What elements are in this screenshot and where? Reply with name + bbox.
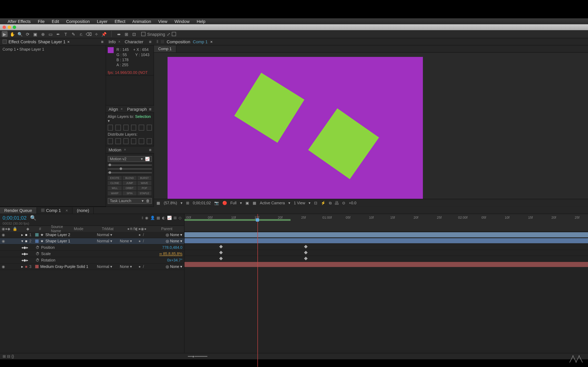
transparency-icon[interactable]: ▦ (253, 201, 257, 205)
panel-menu-icon[interactable]: ≡ (101, 39, 104, 44)
brainstorm-icon[interactable]: ⊞ (173, 216, 177, 220)
character-tab[interactable]: Character (125, 39, 143, 44)
layer-row-shape1[interactable]: ◉ ▾■2 ★ Shape Layer 1 Normal ▾ None ▾ ● … (0, 238, 184, 245)
timeline-icon[interactable]: ⧉ (329, 201, 331, 205)
puppet-tool[interactable]: 📌 (101, 31, 107, 37)
layer-bar-shape1[interactable] (184, 238, 588, 243)
menu-file[interactable]: File (38, 19, 45, 24)
close-tab-icon[interactable]: × (210, 39, 213, 44)
position-value[interactable]: 778.0,484.0 (162, 245, 182, 250)
roto-tool[interactable]: ✧ (93, 31, 99, 37)
menu-edit[interactable]: Edit (52, 19, 59, 24)
motion-slider-3[interactable] (108, 172, 152, 173)
draft-3d-icon[interactable]: ◉ (145, 216, 148, 220)
frame-blend-icon[interactable]: ▦ (156, 216, 160, 220)
align-tab[interactable]: Align (109, 107, 118, 111)
menu-window[interactable]: Window (174, 19, 190, 24)
align-buttons[interactable] (108, 125, 152, 131)
task-launch-dropdown[interactable]: Task Launch▾ 🗑 (108, 198, 152, 204)
pan-behind-tool[interactable]: ⊕ (40, 31, 46, 37)
timeline-search-icon[interactable]: 🔍 (30, 215, 36, 221)
motion-preset-dropdown[interactable]: Motion v2▾ 📈 (108, 156, 152, 162)
exposure-value[interactable]: +0.0 (349, 201, 356, 205)
panel-menu-icon[interactable]: ≡ (149, 107, 151, 111)
comp-mini-flowchart-icon[interactable]: ⫴ (142, 216, 143, 220)
eraser-tool[interactable]: ⌫ (86, 31, 92, 37)
keyframe[interactable] (219, 257, 223, 260)
menu-animation[interactable]: Animation (132, 19, 151, 24)
current-time-display[interactable]: 0;00;01;02 (3, 215, 27, 221)
roi-icon[interactable]: ▣ (245, 201, 249, 205)
menu-view[interactable]: View (158, 19, 167, 24)
camera-tool[interactable]: ▣ (32, 31, 38, 37)
property-rotation[interactable]: ◂◆▸ ⏱ Rotation 0x+34.7° (0, 257, 184, 264)
property-position[interactable]: ◂◆▸ ⏱ Position 778.0,484.0 (0, 244, 184, 251)
zoom-tool[interactable]: 🔍 (17, 31, 23, 37)
rotation-value[interactable]: 0x+34.7° (167, 258, 182, 262)
layer-bar-solid[interactable] (184, 262, 588, 267)
motion-slider-2[interactable] (108, 168, 152, 170)
resolution-icon[interactable]: ⊞ (186, 201, 190, 205)
keyframe[interactable] (219, 245, 223, 249)
keyframe[interactable] (219, 251, 223, 254)
panel-menu-icon[interactable]: ≡ (149, 39, 151, 44)
exposure-reset-icon[interactable]: ⊙ (342, 201, 346, 205)
col-mode[interactable]: Mode (74, 227, 93, 231)
scale-value[interactable]: ∞ 85.8,85.8% (159, 252, 182, 256)
pen-tool[interactable]: ✒ (55, 31, 61, 37)
zoom-slider[interactable]: ━━●━━━━━━ (188, 354, 207, 359)
panel-menu-icon[interactable]: ≡ (149, 147, 151, 152)
shape-layer-2[interactable] (234, 73, 304, 143)
keyframe[interactable] (304, 245, 308, 249)
app-menus[interactable]: After Effects File Edit Composition Laye… (8, 19, 211, 24)
timeline-comp-tab[interactable]: Comp 1 × (37, 207, 73, 213)
composition-canvas[interactable] (167, 57, 423, 199)
effect-controls-tab[interactable]: Effect Controls Shape Layer 1 × ≡ (0, 38, 106, 45)
col-parent[interactable]: Parent (161, 227, 182, 231)
local-axis-icon[interactable]: ⬌ (116, 31, 122, 37)
close-tab-icon[interactable]: × (118, 40, 121, 44)
view-axis-icon[interactable]: ⊡ (131, 31, 137, 37)
graph-editor-icon[interactable]: 📈 (167, 216, 172, 220)
align-to-dropdown[interactable]: Selection (135, 115, 151, 119)
menu-help[interactable]: Help (197, 19, 205, 24)
menu-layer[interactable]: Layer (97, 19, 107, 24)
world-axis-icon[interactable]: ⊞ (123, 31, 130, 37)
snapshot-icon[interactable]: 📷 (214, 201, 219, 205)
current-time-indicator[interactable] (257, 214, 258, 367)
property-scale[interactable]: ◂◆▸ ⏱ Scale ∞ 85.8,85.8% (0, 251, 184, 257)
timeline-graph-area[interactable] (184, 232, 588, 353)
stopwatch-icon[interactable]: ⏱ (36, 252, 40, 256)
col-trkmat[interactable]: TrkMat (102, 227, 119, 231)
keyframe[interactable] (304, 251, 308, 254)
motion-slider-1[interactable] (108, 165, 152, 166)
timeline-none-tab[interactable]: (none) (73, 207, 94, 213)
type-tool[interactable]: T (63, 31, 69, 37)
camera-dropdown[interactable]: Active Camera (260, 201, 285, 205)
menu-effect[interactable]: Effect (114, 19, 125, 24)
comp-tab[interactable]: Comp 1 (154, 45, 176, 52)
visibility-toggle[interactable]: ◉ (2, 233, 6, 237)
layer-row-solid[interactable]: ◉ ▸■3 Medium Gray-Purple Solid 1 Normal … (0, 264, 184, 270)
layer-bar-shape2[interactable] (184, 232, 588, 237)
visibility-toggle[interactable]: ◉ (2, 239, 6, 243)
snap-ext-icon[interactable]: ⤢ (167, 32, 170, 36)
fast-preview-icon[interactable]: ⚡ (321, 201, 325, 205)
motion-tab[interactable]: Motion (109, 147, 121, 152)
layer-row-shape2[interactable]: ◉ ▸■1 ★ Shape Layer 2 Normal ▾ ● / ◎ Non… (0, 232, 184, 238)
pixel-aspect-icon[interactable]: ⊡ (314, 201, 317, 205)
paragraph-tab[interactable]: Paragraph (127, 107, 147, 111)
toggle-switches-icon[interactable]: ⊞ ⊟ {} (3, 354, 14, 359)
flowchart-icon[interactable]: 品 (335, 200, 339, 206)
visibility-toggle[interactable]: ◉ (2, 264, 6, 269)
grid-icon[interactable]: ▦ (156, 201, 160, 205)
menu-composition[interactable]: Composition (66, 19, 90, 24)
render-queue-tab[interactable]: Render Queue (0, 207, 37, 213)
clone-tool[interactable]: ⎌ (78, 31, 84, 37)
zoom-window-button[interactable] (13, 25, 16, 29)
rotate-tool[interactable]: ⟳ (25, 31, 31, 37)
keyframe[interactable] (304, 257, 308, 260)
resolution-dropdown[interactable]: Full (230, 201, 236, 205)
auto-keyframe-icon[interactable]: ◇ (179, 216, 182, 220)
composition-viewer[interactable] (154, 53, 588, 199)
